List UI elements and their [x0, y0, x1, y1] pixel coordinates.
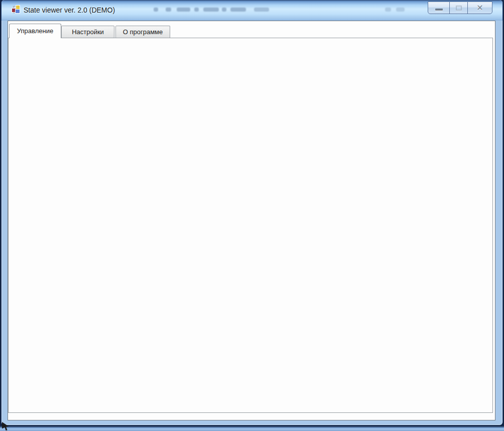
minimize-icon [435, 9, 443, 11]
maximize-icon [456, 6, 462, 11]
window-title: State viewer ver. 2.0 (DEMO) [24, 6, 115, 14]
background-ghost-mark [194, 8, 199, 12]
background-ghost-mark [203, 8, 219, 12]
tab-settings[interactable]: Настройки [61, 26, 114, 38]
minimize-button[interactable] [428, 2, 450, 14]
maximize-button[interactable] [449, 2, 468, 14]
background-ghost-mark [254, 8, 269, 12]
app-window: State viewer ver. 2.0 (DEMO) ✕ Управлени… [2, 0, 502, 425]
background-ghost-mark [385, 8, 391, 12]
tab-page [8, 38, 493, 413]
client-area: Управление Настройки О программе ▼ Найти… [8, 21, 495, 420]
background-ghost-mark [177, 8, 190, 12]
close-icon: ✕ [476, 4, 483, 12]
app-icon [12, 5, 21, 15]
title-bar[interactable]: State viewer ver. 2.0 (DEMO) ✕ [2, 0, 502, 21]
tab-about[interactable]: О программе [115, 26, 170, 38]
tab-management[interactable]: Управление [9, 24, 61, 38]
desktop-taskbar-strip [0, 426, 504, 431]
background-ghost-mark [396, 8, 405, 12]
caption-buttons: ✕ [428, 2, 492, 14]
background-ghost-mark [154, 8, 158, 12]
background-ghost-mark [166, 8, 171, 12]
close-button[interactable]: ✕ [467, 2, 492, 14]
background-ghost-mark [222, 8, 226, 12]
background-ghost-mark [230, 8, 246, 12]
